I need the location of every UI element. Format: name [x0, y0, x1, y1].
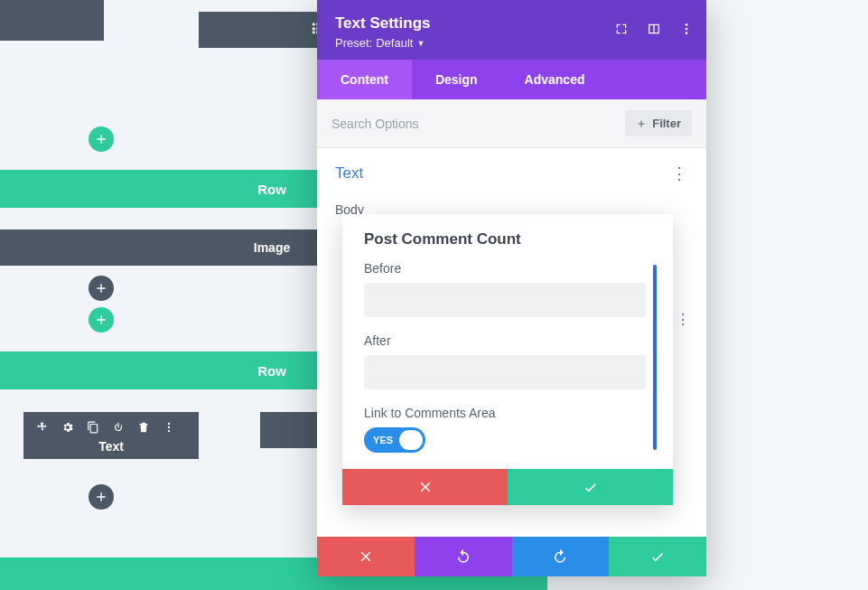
- modal-tabs: Content Design Advanced: [317, 60, 706, 99]
- kebab-icon[interactable]: [679, 22, 694, 36]
- after-label: After: [364, 333, 646, 348]
- svg-point-3: [686, 23, 688, 26]
- gear-icon[interactable]: [61, 421, 74, 434]
- filter-label: Filter: [652, 117, 681, 130]
- popover-title: Post Comment Count: [364, 230, 651, 248]
- close-button[interactable]: [317, 537, 415, 576]
- svg-point-1: [168, 426, 170, 428]
- module-block[interactable]: [0, 0, 104, 41]
- columns-icon[interactable]: [647, 22, 661, 36]
- add-teal-button[interactable]: [89, 307, 114, 332]
- preset-selector[interactable]: Preset: Default ▼: [335, 36, 425, 50]
- filter-button[interactable]: Filter: [625, 110, 692, 136]
- svg-point-5: [686, 32, 688, 34]
- tab-advanced[interactable]: Advanced: [501, 60, 609, 99]
- svg-point-0: [168, 423, 170, 425]
- tab-content[interactable]: Content: [317, 60, 412, 99]
- text-module-toolbar: Text: [23, 412, 199, 459]
- header-icon-group: [614, 22, 694, 36]
- popover-confirm-button[interactable]: [508, 469, 673, 505]
- section-title-text[interactable]: Text: [335, 164, 363, 183]
- scrollbar-thumb[interactable]: [653, 265, 657, 450]
- modal-header: Text Settings Preset: Default ▼: [317, 0, 706, 60]
- after-input[interactable]: [364, 355, 646, 389]
- row-label: Row: [257, 363, 286, 379]
- duplicate-icon[interactable]: [87, 421, 99, 434]
- power-icon[interactable]: [112, 421, 125, 434]
- save-button[interactable]: [609, 537, 706, 576]
- add-module-button[interactable]: [89, 126, 114, 152]
- text-module-label: Text: [36, 439, 186, 454]
- link-comments-label: Link to Comments Area: [364, 406, 646, 420]
- preset-value: Default: [376, 36, 413, 50]
- toggle-knob: [399, 430, 423, 450]
- caret-down-icon: ▼: [416, 39, 425, 48]
- section-kebab-icon[interactable]: ⋮: [671, 165, 688, 182]
- modal-body: Text ⋮ Body ⋮ Post Comment Count Before …: [317, 148, 706, 537]
- search-input[interactable]: Search Options: [331, 117, 419, 131]
- popover-cancel-button[interactable]: [342, 469, 508, 505]
- search-row: Search Options Filter: [317, 99, 706, 148]
- section-text-header: Text ⋮: [335, 164, 688, 183]
- add-dark-button[interactable]: [89, 276, 114, 301]
- image-label: Image: [254, 240, 290, 255]
- preset-prefix: Preset:: [335, 36, 372, 50]
- popover-scrollarea: Before After Link to Comments Area YES: [364, 261, 651, 453]
- text-settings-modal: Text Settings Preset: Default ▼ Content …: [317, 0, 706, 576]
- row-label: Row: [257, 182, 286, 197]
- link-comments-toggle[interactable]: YES: [364, 427, 425, 453]
- before-input[interactable]: [364, 283, 646, 317]
- popover-actions: [342, 469, 673, 505]
- before-label: Before: [364, 261, 646, 276]
- floating-kebab-icon[interactable]: ⋮: [676, 311, 690, 328]
- post-comment-count-popover: Post Comment Count Before After Link to …: [342, 214, 673, 505]
- svg-point-4: [686, 28, 688, 31]
- expand-icon[interactable]: [614, 22, 629, 36]
- kebab-icon[interactable]: [163, 421, 175, 434]
- move-icon[interactable]: [36, 421, 49, 434]
- add-dark-button-2[interactable]: [89, 484, 114, 510]
- tab-design[interactable]: Design: [412, 60, 501, 99]
- svg-point-2: [168, 430, 170, 432]
- trash-icon[interactable]: [137, 421, 150, 434]
- modal-bottom-bar: [317, 537, 706, 576]
- toggle-on-label: YES: [373, 435, 393, 445]
- redo-button[interactable]: [512, 537, 610, 576]
- undo-button[interactable]: [415, 537, 512, 576]
